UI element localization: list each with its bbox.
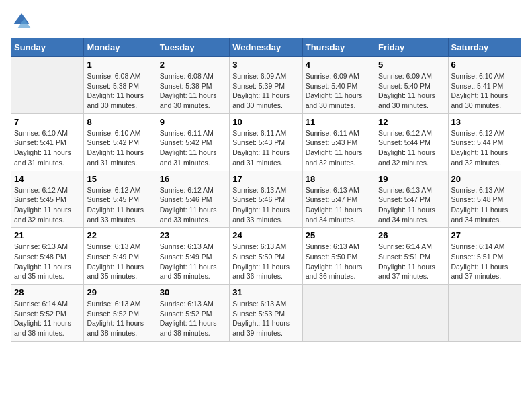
day-number: 7 — [14, 117, 81, 127]
day-number: 14 — [14, 174, 81, 184]
calendar-cell: 20Sunrise: 6:13 AM Sunset: 5:48 PM Dayli… — [448, 171, 521, 228]
header-friday: Friday — [375, 38, 448, 57]
calendar-cell: 22Sunrise: 6:13 AM Sunset: 5:49 PM Dayli… — [84, 228, 157, 285]
day-info: Sunrise: 6:08 AM Sunset: 5:38 PM Dayligh… — [87, 71, 153, 111]
day-info: Sunrise: 6:13 AM Sunset: 5:48 PM Dayligh… — [14, 242, 81, 281]
day-info: Sunrise: 6:10 AM Sunset: 5:41 PM Dayligh… — [451, 71, 518, 111]
calendar-cell: 26Sunrise: 6:14 AM Sunset: 5:51 PM Dayli… — [375, 228, 448, 285]
calendar-cell — [302, 285, 375, 342]
calendar-cell: 17Sunrise: 6:13 AM Sunset: 5:46 PM Dayli… — [230, 171, 302, 228]
day-number: 27 — [451, 230, 518, 240]
calendar-cell: 28Sunrise: 6:14 AM Sunset: 5:52 PM Dayli… — [11, 285, 84, 342]
day-info: Sunrise: 6:13 AM Sunset: 5:53 PM Dayligh… — [232, 299, 299, 338]
calendar-cell: 16Sunrise: 6:12 AM Sunset: 5:46 PM Dayli… — [157, 171, 229, 228]
calendar-cell: 1Sunrise: 6:08 AM Sunset: 5:38 PM Daylig… — [84, 57, 157, 114]
calendar-cell: 10Sunrise: 6:11 AM Sunset: 5:43 PM Dayli… — [230, 113, 302, 171]
calendar-week-5: 28Sunrise: 6:14 AM Sunset: 5:52 PM Dayli… — [11, 285, 521, 342]
header-tuesday: Tuesday — [157, 38, 229, 57]
day-info: Sunrise: 6:11 AM Sunset: 5:42 PM Dayligh… — [160, 128, 226, 168]
day-info: Sunrise: 6:13 AM Sunset: 5:48 PM Dayligh… — [451, 185, 518, 225]
calendar-week-1: 1Sunrise: 6:08 AM Sunset: 5:38 PM Daylig… — [11, 57, 521, 114]
calendar-cell: 4Sunrise: 6:09 AM Sunset: 5:40 PM Daylig… — [302, 57, 375, 114]
day-info: Sunrise: 6:12 AM Sunset: 5:44 PM Dayligh… — [451, 128, 518, 168]
calendar-cell — [448, 285, 521, 342]
header-wednesday: Wednesday — [230, 38, 302, 57]
calendar-cell: 11Sunrise: 6:11 AM Sunset: 5:43 PM Dayli… — [302, 113, 375, 171]
day-number: 13 — [451, 117, 518, 127]
calendar-cell — [11, 57, 84, 114]
day-info: Sunrise: 6:13 AM Sunset: 5:49 PM Dayligh… — [87, 242, 153, 281]
day-info: Sunrise: 6:14 AM Sunset: 5:51 PM Dayligh… — [451, 242, 518, 281]
day-number: 3 — [232, 60, 299, 70]
calendar-cell: 8Sunrise: 6:10 AM Sunset: 5:42 PM Daylig… — [84, 113, 157, 171]
day-number: 12 — [378, 117, 445, 127]
day-info: Sunrise: 6:09 AM Sunset: 5:39 PM Dayligh… — [232, 71, 299, 111]
calendar-cell: 24Sunrise: 6:13 AM Sunset: 5:50 PM Dayli… — [230, 228, 302, 285]
day-info: Sunrise: 6:12 AM Sunset: 5:45 PM Dayligh… — [87, 185, 153, 225]
calendar-cell: 21Sunrise: 6:13 AM Sunset: 5:48 PM Dayli… — [11, 228, 84, 285]
logo-icon — [11, 11, 32, 32]
calendar-cell: 29Sunrise: 6:13 AM Sunset: 5:52 PM Dayli… — [84, 285, 157, 342]
day-info: Sunrise: 6:10 AM Sunset: 5:42 PM Dayligh… — [87, 128, 153, 168]
day-number: 20 — [451, 174, 518, 184]
header-thursday: Thursday — [302, 38, 375, 57]
day-number: 11 — [306, 117, 372, 127]
day-number: 21 — [14, 230, 81, 240]
day-info: Sunrise: 6:09 AM Sunset: 5:40 PM Dayligh… — [378, 71, 445, 111]
day-number: 2 — [160, 60, 226, 70]
day-info: Sunrise: 6:13 AM Sunset: 5:46 PM Dayligh… — [232, 185, 299, 225]
day-number: 18 — [306, 174, 372, 184]
day-number: 24 — [232, 230, 299, 240]
calendar-cell: 12Sunrise: 6:12 AM Sunset: 5:44 PM Dayli… — [375, 113, 448, 171]
day-number: 25 — [306, 230, 372, 240]
logo — [11, 11, 35, 32]
day-number: 29 — [87, 287, 153, 298]
day-number: 28 — [14, 287, 81, 298]
day-info: Sunrise: 6:13 AM Sunset: 5:52 PM Dayligh… — [87, 299, 153, 338]
calendar-cell: 18Sunrise: 6:13 AM Sunset: 5:47 PM Dayli… — [302, 171, 375, 228]
calendar-cell: 3Sunrise: 6:09 AM Sunset: 5:39 PM Daylig… — [230, 57, 302, 114]
day-info: Sunrise: 6:11 AM Sunset: 5:43 PM Dayligh… — [306, 128, 372, 168]
day-number: 30 — [160, 287, 226, 298]
day-number: 9 — [160, 117, 226, 127]
day-info: Sunrise: 6:09 AM Sunset: 5:40 PM Dayligh… — [306, 71, 372, 111]
day-number: 1 — [87, 60, 153, 70]
day-number: 10 — [232, 117, 299, 127]
calendar-week-2: 7Sunrise: 6:10 AM Sunset: 5:41 PM Daylig… — [11, 113, 521, 171]
day-info: Sunrise: 6:10 AM Sunset: 5:41 PM Dayligh… — [14, 128, 81, 168]
calendar-cell: 13Sunrise: 6:12 AM Sunset: 5:44 PM Dayli… — [448, 113, 521, 171]
calendar-cell: 27Sunrise: 6:14 AM Sunset: 5:51 PM Dayli… — [448, 228, 521, 285]
day-number: 16 — [160, 174, 226, 184]
day-info: Sunrise: 6:12 AM Sunset: 5:44 PM Dayligh… — [378, 128, 445, 168]
calendar-week-3: 14Sunrise: 6:12 AM Sunset: 5:45 PM Dayli… — [11, 171, 521, 228]
day-info: Sunrise: 6:08 AM Sunset: 5:38 PM Dayligh… — [160, 71, 226, 111]
day-number: 15 — [87, 174, 153, 184]
day-info: Sunrise: 6:13 AM Sunset: 5:50 PM Dayligh… — [306, 242, 372, 281]
day-number: 8 — [87, 117, 153, 127]
calendar-cell: 23Sunrise: 6:13 AM Sunset: 5:49 PM Dayli… — [157, 228, 229, 285]
calendar-cell: 7Sunrise: 6:10 AM Sunset: 5:41 PM Daylig… — [11, 113, 84, 171]
calendar-header-row: SundayMondayTuesdayWednesdayThursdayFrid… — [11, 38, 521, 57]
day-info: Sunrise: 6:12 AM Sunset: 5:45 PM Dayligh… — [14, 185, 81, 225]
header-monday: Monday — [84, 38, 157, 57]
calendar-cell: 31Sunrise: 6:13 AM Sunset: 5:53 PM Dayli… — [230, 285, 302, 342]
day-number: 5 — [378, 60, 445, 70]
day-number: 19 — [378, 174, 445, 184]
calendar-cell: 9Sunrise: 6:11 AM Sunset: 5:42 PM Daylig… — [157, 113, 229, 171]
calendar-cell: 25Sunrise: 6:13 AM Sunset: 5:50 PM Dayli… — [302, 228, 375, 285]
calendar-cell: 30Sunrise: 6:13 AM Sunset: 5:52 PM Dayli… — [157, 285, 229, 342]
day-info: Sunrise: 6:13 AM Sunset: 5:49 PM Dayligh… — [160, 242, 226, 281]
calendar-cell: 2Sunrise: 6:08 AM Sunset: 5:38 PM Daylig… — [157, 57, 229, 114]
header-sunday: Sunday — [11, 38, 84, 57]
day-number: 22 — [87, 230, 153, 240]
day-info: Sunrise: 6:13 AM Sunset: 5:47 PM Dayligh… — [378, 185, 445, 225]
calendar-cell: 5Sunrise: 6:09 AM Sunset: 5:40 PM Daylig… — [375, 57, 448, 114]
svg-marker-0 — [13, 13, 30, 24]
day-info: Sunrise: 6:13 AM Sunset: 5:50 PM Dayligh… — [232, 242, 299, 281]
day-number: 26 — [378, 230, 445, 240]
day-number: 23 — [160, 230, 226, 240]
day-info: Sunrise: 6:13 AM Sunset: 5:52 PM Dayligh… — [160, 299, 226, 338]
calendar-cell: 15Sunrise: 6:12 AM Sunset: 5:45 PM Dayli… — [84, 171, 157, 228]
day-info: Sunrise: 6:12 AM Sunset: 5:46 PM Dayligh… — [160, 185, 226, 225]
header — [11, 11, 521, 32]
